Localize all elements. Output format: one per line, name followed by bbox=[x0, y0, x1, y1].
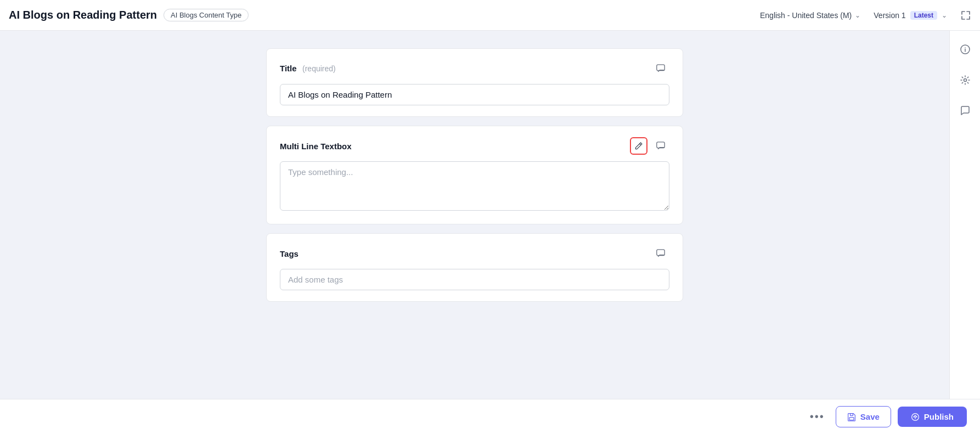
version-chevron-icon[interactable]: ⌄ bbox=[942, 12, 947, 19]
publish-button[interactable]: Publish bbox=[898, 407, 967, 427]
multiline-field-label: Multi Line Textbox bbox=[280, 142, 352, 151]
tags-card-actions bbox=[652, 245, 669, 262]
right-sidebar bbox=[949, 31, 980, 399]
app-header: AI Blogs on Reading Pattern AI Blogs Con… bbox=[0, 0, 980, 31]
multiline-field-card: Multi Line Textbox bbox=[266, 126, 683, 224]
content-type-badge[interactable]: AI Blogs Content Type bbox=[164, 9, 249, 21]
svg-rect-1 bbox=[657, 142, 664, 148]
title-field-label: Title bbox=[280, 64, 297, 73]
tags-comment-button[interactable] bbox=[652, 245, 669, 262]
content-wrapper: Title (required) bbox=[266, 48, 683, 302]
tags-card-header: Tags bbox=[280, 245, 669, 262]
title-comment-button[interactable] bbox=[652, 60, 669, 77]
title-card-header: Title (required) bbox=[280, 60, 669, 77]
save-button[interactable]: Save bbox=[836, 406, 891, 427]
multiline-card-actions bbox=[630, 137, 669, 155]
title-field-label-group: Title (required) bbox=[280, 64, 336, 74]
multiline-card-header: Multi Line Textbox bbox=[280, 137, 669, 155]
language-label: English - United States (M) bbox=[760, 11, 852, 20]
multiline-edit-button[interactable] bbox=[630, 137, 647, 155]
svg-rect-7 bbox=[849, 417, 854, 420]
tags-input[interactable] bbox=[280, 269, 669, 290]
main-layout: Title (required) bbox=[0, 31, 980, 399]
settings-icon[interactable] bbox=[955, 70, 975, 90]
svg-point-4 bbox=[965, 47, 966, 48]
more-options-button[interactable]: ••• bbox=[810, 410, 825, 423]
version-selector: Version 1 Latest ⌄ bbox=[874, 11, 947, 20]
svg-rect-2 bbox=[657, 250, 664, 256]
main-content: Title (required) bbox=[0, 31, 949, 399]
multiline-comment-button[interactable] bbox=[652, 137, 669, 155]
title-field-card: Title (required) bbox=[266, 48, 683, 117]
tags-field-card: Tags bbox=[266, 233, 683, 302]
save-label: Save bbox=[860, 412, 880, 421]
tags-field-label: Tags bbox=[280, 249, 298, 258]
chevron-down-icon: ⌄ bbox=[855, 12, 860, 19]
title-input[interactable] bbox=[280, 84, 669, 105]
version-label: Version 1 bbox=[874, 11, 905, 20]
chat-icon[interactable] bbox=[955, 101, 975, 121]
publish-label: Publish bbox=[924, 412, 954, 421]
latest-badge: Latest bbox=[910, 11, 937, 20]
footer: ••• Save Publish bbox=[0, 399, 980, 434]
title-required-text: (required) bbox=[302, 64, 336, 73]
title-card-actions bbox=[652, 60, 669, 77]
language-selector[interactable]: English - United States (M) ⌄ bbox=[760, 11, 860, 20]
multiline-textarea[interactable] bbox=[280, 161, 669, 211]
expand-icon[interactable] bbox=[960, 10, 971, 21]
svg-point-5 bbox=[964, 79, 966, 82]
svg-rect-6 bbox=[850, 413, 853, 415]
info-icon[interactable] bbox=[955, 40, 975, 59]
svg-rect-0 bbox=[657, 65, 664, 71]
page-title: AI Blogs on Reading Pattern bbox=[9, 9, 157, 21]
